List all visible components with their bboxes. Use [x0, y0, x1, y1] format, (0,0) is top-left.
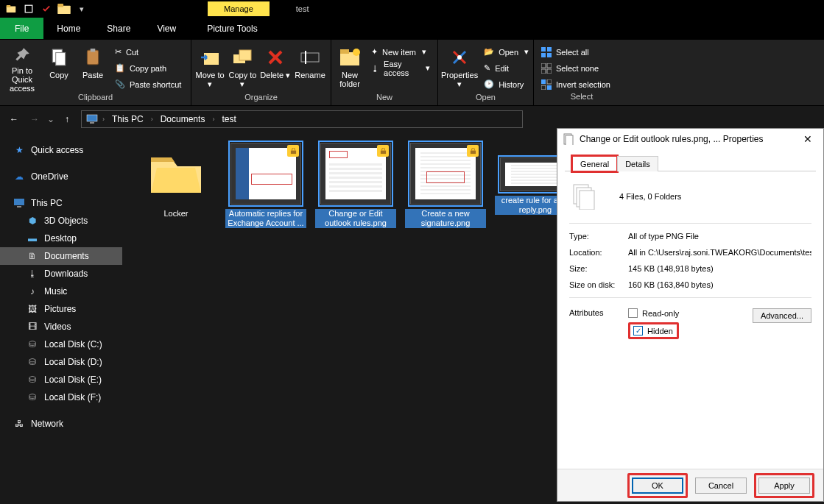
attributes-label: Attributes — [569, 308, 628, 317]
sidebar-item-downloads[interactable]: ⭳Downloads — [0, 265, 122, 283]
cancel-button[interactable]: Cancel — [695, 478, 747, 494]
hidden-checkbox[interactable]: Hidden — [633, 326, 673, 336]
svg-rect-22 — [541, 63, 546, 68]
tab-general[interactable]: General — [572, 156, 617, 171]
properties-dialog: Change or Edit outlook rules.png, ... Pr… — [557, 128, 824, 502]
crumb-documents[interactable]: Documents — [158, 114, 208, 124]
sidebar-item-3d-objects[interactable]: ⬢3D Objects — [0, 212, 122, 230]
path-icon: 📋 — [115, 63, 125, 73]
nav-forward-button[interactable]: → — [25, 110, 44, 129]
sidebar-item-disk-e[interactable]: ⛁Local Disk (E:) — [0, 371, 122, 388]
3d-objects-label: 3D Objects — [44, 216, 88, 226]
select-none-button[interactable]: Select none — [537, 60, 615, 76]
onedrive-label: OneDrive — [31, 171, 68, 182]
nav-back-button[interactable]: ← — [4, 110, 24, 129]
svg-rect-42 — [580, 191, 594, 210]
videos-icon: 🎞 — [27, 321, 38, 333]
crumb-this-pc[interactable]: This PC — [109, 114, 147, 124]
copy-button[interactable]: Copy — [43, 43, 75, 93]
sidebar-item-disk-c[interactable]: ⛁Local Disk (C:) — [0, 336, 122, 353]
folder-menu-icon[interactable] — [3, 1, 19, 16]
navigation-pane: ★Quick access ☁OneDrive This PC ⬢3D Obje… — [0, 132, 122, 504]
svg-rect-11 — [239, 50, 251, 60]
copy-path-button[interactable]: 📋Copy path — [110, 60, 186, 76]
cut-button[interactable]: ✂Cut — [110, 44, 186, 60]
move-to-button[interactable]: Move to ▾ — [194, 43, 225, 93]
group-open-label: Open — [441, 93, 530, 105]
svg-rect-29 — [547, 85, 552, 90]
tab-file[interactable]: File — [0, 18, 43, 39]
file-item-image[interactable]: Create a new signature.png — [405, 143, 486, 504]
invert-selection-button[interactable]: Invert selection — [537, 77, 615, 92]
group-clipboard: Pin to Quick access Copy Paste ✂Cut 📋Cop… — [0, 40, 191, 105]
sidebar-item-disk-d[interactable]: ⛁Local Disk (D:) — [0, 353, 122, 371]
sidebar-item-music[interactable]: ♪Music — [0, 283, 122, 300]
apply-button[interactable]: Apply — [758, 478, 810, 494]
svg-rect-33 — [17, 206, 21, 207]
group-clipboard-label: Clipboard — [3, 93, 188, 105]
rename-label: Rename — [295, 71, 325, 79]
quick-access-toolbar: ▾ — [3, 1, 90, 16]
sidebar-item-onedrive[interactable]: ☁OneDrive — [0, 168, 122, 185]
file-item-image[interactable]: Automatic replies for Exchange Account .… — [225, 143, 306, 504]
checkbox-icon — [628, 308, 638, 318]
sidebar-item-desktop[interactable]: ▬Desktop — [0, 230, 122, 247]
chevron-icon[interactable]: › — [149, 116, 155, 123]
sidebar-item-quick-access[interactable]: ★Quick access — [0, 141, 122, 159]
select-all-button[interactable]: Select all — [537, 44, 615, 60]
dialog-title-bar[interactable]: Change or Edit outlook rules.png, ... Pr… — [557, 129, 823, 149]
address-input[interactable]: › This PC › Documents › test — [81, 110, 523, 128]
delete-button[interactable]: Delete ▾ — [260, 43, 291, 93]
sidebar-item-network[interactable]: 🖧Network — [0, 415, 122, 433]
ok-button[interactable]: OK — [632, 478, 683, 494]
file-item-folder[interactable]: Locker — [135, 143, 216, 504]
chevron-icon[interactable]: › — [101, 116, 106, 123]
history-button[interactable]: 🕑History — [479, 77, 533, 92]
pc-icon — [13, 197, 25, 209]
properties-button[interactable]: Properties ▾ — [441, 43, 478, 93]
tab-picture-tools[interactable]: Picture Tools — [194, 18, 270, 39]
rename-button[interactable]: Rename — [292, 43, 328, 93]
advanced-button[interactable]: Advanced... — [753, 308, 811, 323]
sidebar-item-pictures[interactable]: 🖼Pictures — [0, 300, 122, 318]
tab-home[interactable]: Home — [43, 18, 94, 39]
sidebar-item-this-pc[interactable]: This PC — [0, 194, 122, 212]
qat-new-icon[interactable] — [21, 1, 37, 16]
svg-rect-24 — [541, 69, 546, 74]
readonly-checkbox[interactable]: Read-only — [628, 308, 679, 318]
chevron-icon[interactable]: › — [211, 116, 216, 123]
new-item-button[interactable]: ✦New item▾ — [367, 44, 434, 60]
dialog-body: 4 Files, 0 Folders Type:All of type PNG … — [557, 171, 823, 469]
sidebar-item-videos[interactable]: 🎞Videos — [0, 318, 122, 336]
paste-shortcut-button[interactable]: 📎Paste shortcut — [110, 77, 186, 92]
nav-recent-button[interactable]: ⌄ — [46, 110, 56, 129]
type-value: All of type PNG File — [628, 232, 811, 241]
cloud-icon: ☁ — [13, 171, 25, 182]
new-folder-button[interactable]: New folder — [334, 43, 365, 93]
pin-quick-access-button[interactable]: Pin to Quick access — [3, 43, 41, 93]
easy-access-button[interactable]: ⭳Easy access▾ — [367, 60, 434, 76]
nav-up-button[interactable]: ↑ — [57, 110, 77, 129]
edit-button[interactable]: ✎Edit — [479, 60, 533, 76]
sidebar-item-documents[interactable]: 🗎Documents — [0, 247, 122, 265]
move-to-icon — [198, 46, 222, 69]
size-value: 145 KB (148,918 bytes) — [628, 264, 811, 273]
sidebar-item-disk-f[interactable]: ⛁Local Disk (F:) — [0, 388, 122, 406]
crumb-test[interactable]: test — [219, 114, 239, 124]
qat-folder-icon[interactable] — [56, 1, 72, 16]
qat-check-icon[interactable] — [38, 1, 54, 16]
documents-icon: 🗎 — [27, 250, 38, 262]
tab-view[interactable]: View — [144, 18, 189, 39]
qat-dropdown-icon[interactable]: ▾ — [74, 1, 90, 16]
contextual-tab-manage[interactable]: Manage — [208, 1, 270, 16]
dialog-title: Change or Edit outlook rules.png, ... Pr… — [580, 134, 763, 144]
svg-rect-2 — [25, 5, 32, 13]
copy-to-button[interactable]: Copy to ▾ — [227, 43, 258, 93]
open-button[interactable]: 📂Open▾ — [479, 44, 533, 60]
paste-button[interactable]: Paste — [77, 43, 109, 93]
close-button[interactable]: ✕ — [798, 129, 817, 149]
tab-details[interactable]: Details — [617, 156, 658, 171]
file-item-image[interactable]: Change or Edit outlook rules.png — [315, 143, 396, 504]
svg-rect-1 — [7, 5, 11, 7]
tab-share[interactable]: Share — [94, 18, 144, 39]
